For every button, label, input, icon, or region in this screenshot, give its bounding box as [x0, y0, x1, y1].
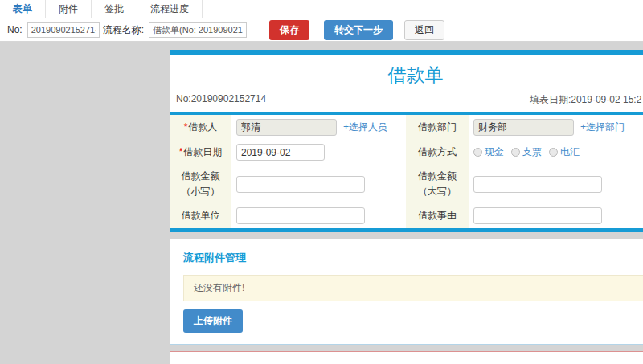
approval-panel: 流程签批意见 B I abc A ⚭ ⚮ ⚑ ≣ ☰ ⇤ ⇥ ” 样式: [170, 351, 643, 364]
loan-unit-input[interactable]: [236, 207, 365, 224]
loan-date-input[interactable]: [236, 144, 325, 161]
no-input[interactable]: [27, 22, 100, 38]
form-date: 填表日期:2019-09-02 15:27:1: [530, 93, 643, 107]
transfer-next-button[interactable]: 转交下一步: [324, 20, 393, 40]
payment-method-cell: 现金 支票 电汇: [469, 140, 643, 165]
required-asterisk: *: [179, 146, 183, 157]
borrower-input[interactable]: [236, 119, 337, 136]
select-department-link[interactable]: +选择部门: [580, 121, 625, 134]
tab-approval[interactable]: 签批: [92, 0, 137, 18]
amount-lower-input[interactable]: [236, 176, 365, 193]
required-asterisk: *: [184, 121, 188, 133]
loan-reason-input[interactable]: [473, 207, 602, 224]
panel-top-bar: [170, 50, 643, 55]
tab-progress[interactable]: 流程进度: [137, 0, 203, 18]
select-person-link[interactable]: +选择人员: [343, 121, 387, 134]
borrower-cell: +选择人员: [231, 115, 406, 140]
department-label: 借款部门: [406, 115, 469, 140]
loan-form-panel: 借款单 No:20190902152714 填表日期:2019-09-02 15…: [170, 50, 643, 232]
process-name-input[interactable]: [149, 22, 247, 38]
amount-lower-cell: [231, 165, 406, 203]
radio-wire-label[interactable]: 电汇: [560, 145, 580, 159]
tab-attachments[interactable]: 附件: [46, 0, 92, 18]
attachments-header: 流程附件管理: [183, 251, 643, 265]
loan-unit-label: 借款单位: [170, 203, 231, 228]
no-label: No:: [7, 24, 23, 35]
back-button[interactable]: 返回: [404, 20, 444, 40]
radio-cash-label[interactable]: 现金: [485, 145, 504, 159]
radio-cash[interactable]: [473, 148, 482, 157]
form-fields-grid: *借款人 +选择人员 借款部门 +选择部门 *借款日期 借款方式 现金: [170, 115, 643, 228]
form-no: No:20190902152714: [176, 93, 266, 107]
no-attachments-alert: 还没有附件!: [183, 275, 643, 301]
payment-method-label: 借款方式: [406, 140, 469, 165]
attachments-panel: 流程附件管理 还没有附件! 上传附件: [170, 239, 643, 345]
panel-bottom-bar: [170, 228, 643, 232]
radio-check-label[interactable]: 支票: [522, 145, 542, 159]
form-meta-row: No:20190902152714 填表日期:2019-09-02 15:27:…: [170, 92, 643, 112]
radio-wire[interactable]: [549, 148, 558, 157]
loan-date-label: *借款日期: [170, 140, 231, 165]
loan-date-cell: [231, 140, 406, 165]
tab-form[interactable]: 表单: [0, 0, 46, 18]
radio-check[interactable]: [511, 148, 520, 157]
save-button[interactable]: 保存: [269, 20, 309, 40]
form-content-area: 借款单 No:20190902152714 填表日期:2019-09-02 15…: [170, 50, 643, 364]
amount-upper-label: 借款金额（大写）: [406, 165, 469, 203]
form-title: 借款单: [170, 55, 643, 92]
loan-reason-cell: [469, 203, 643, 228]
loan-reason-label: 借款事由: [406, 203, 469, 228]
amount-lower-label: 借款金额（小写）: [170, 165, 231, 203]
department-cell: +选择部门: [469, 115, 643, 140]
toolbar: No: 流程名称: 保存 转交下一步 返回: [0, 18, 643, 42]
amount-upper-input[interactable]: [473, 176, 602, 193]
upload-attachment-button[interactable]: 上传附件: [183, 309, 243, 333]
process-name-label: 流程名称:: [103, 23, 144, 37]
amount-upper-cell: [469, 165, 643, 203]
loan-unit-cell: [231, 203, 406, 228]
tab-bar: 表单 附件 签批 流程进度: [0, 0, 643, 18]
borrower-label: *借款人: [170, 115, 231, 140]
department-input[interactable]: [473, 119, 574, 136]
